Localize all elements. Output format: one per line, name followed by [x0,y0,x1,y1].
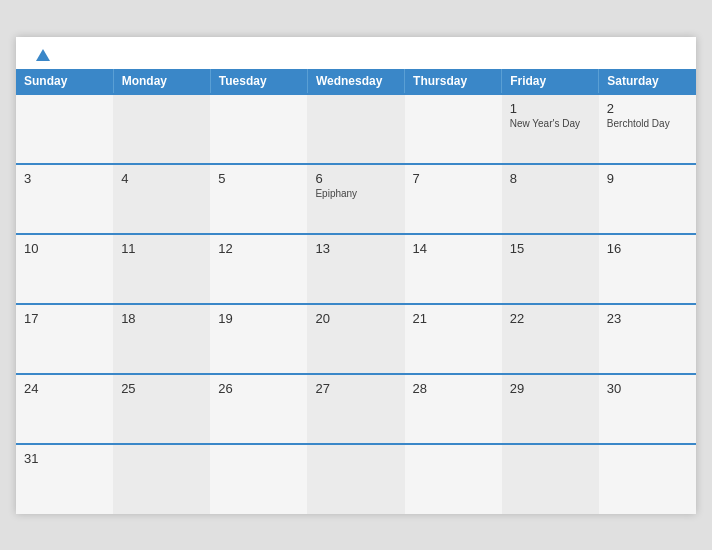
day-cell: 27 [307,374,404,444]
day-number: 3 [24,171,105,186]
weekday-header-tuesday: Tuesday [210,69,307,94]
day-cell [405,94,502,164]
logo-triangle-icon [36,49,50,61]
day-cell: 29 [502,374,599,444]
day-number: 26 [218,381,299,396]
day-number: 11 [121,241,202,256]
day-number: 29 [510,381,591,396]
day-number: 12 [218,241,299,256]
day-event: Epiphany [315,188,396,199]
week-row-6: 31 [16,444,696,514]
week-row-2: 3456Epiphany789 [16,164,696,234]
day-number: 1 [510,101,591,116]
day-number: 14 [413,241,494,256]
day-number: 22 [510,311,591,326]
day-cell: 10 [16,234,113,304]
day-cell [113,444,210,514]
day-event: Berchtold Day [607,118,688,129]
day-cell: 24 [16,374,113,444]
day-number: 25 [121,381,202,396]
day-number: 13 [315,241,396,256]
weekday-header-sunday: Sunday [16,69,113,94]
day-cell [405,444,502,514]
day-cell: 28 [405,374,502,444]
day-number: 4 [121,171,202,186]
day-number: 31 [24,451,105,466]
day-number: 28 [413,381,494,396]
day-cell [599,444,696,514]
day-cell: 13 [307,234,404,304]
day-cell: 23 [599,304,696,374]
day-number: 10 [24,241,105,256]
day-cell [307,94,404,164]
day-event: New Year's Day [510,118,591,129]
week-row-5: 24252627282930 [16,374,696,444]
week-row-4: 17181920212223 [16,304,696,374]
day-number: 27 [315,381,396,396]
day-number: 9 [607,171,688,186]
day-cell: 20 [307,304,404,374]
day-number: 23 [607,311,688,326]
day-cell: 18 [113,304,210,374]
calendar-header [16,37,696,69]
day-cell: 25 [113,374,210,444]
day-cell [210,94,307,164]
day-cell: 8 [502,164,599,234]
weekday-header-row: SundayMondayTuesdayWednesdayThursdayFrid… [16,69,696,94]
day-cell [502,444,599,514]
day-cell: 21 [405,304,502,374]
day-number: 21 [413,311,494,326]
day-number: 20 [315,311,396,326]
day-cell: 26 [210,374,307,444]
day-cell: 5 [210,164,307,234]
calendar-table: SundayMondayTuesdayWednesdayThursdayFrid… [16,69,696,514]
day-number: 18 [121,311,202,326]
day-cell [113,94,210,164]
day-cell: 6Epiphany [307,164,404,234]
day-cell: 17 [16,304,113,374]
logo-top [32,49,50,61]
day-cell: 9 [599,164,696,234]
day-number: 16 [607,241,688,256]
day-cell: 2Berchtold Day [599,94,696,164]
day-cell: 22 [502,304,599,374]
day-cell: 4 [113,164,210,234]
logo [32,49,50,61]
calendar-tbody: 1New Year's Day2Berchtold Day3456Epiphan… [16,94,696,514]
day-number: 6 [315,171,396,186]
day-number: 8 [510,171,591,186]
day-cell [16,94,113,164]
week-row-3: 10111213141516 [16,234,696,304]
day-cell: 11 [113,234,210,304]
day-number: 24 [24,381,105,396]
day-cell: 7 [405,164,502,234]
day-number: 17 [24,311,105,326]
weekday-header-friday: Friday [502,69,599,94]
day-cell [307,444,404,514]
day-number: 19 [218,311,299,326]
day-number: 2 [607,101,688,116]
day-cell [210,444,307,514]
weekday-header-monday: Monday [113,69,210,94]
week-row-1: 1New Year's Day2Berchtold Day [16,94,696,164]
day-number: 5 [218,171,299,186]
calendar: SundayMondayTuesdayWednesdayThursdayFrid… [16,37,696,514]
day-number: 30 [607,381,688,396]
day-cell: 16 [599,234,696,304]
day-number: 7 [413,171,494,186]
calendar-thead: SundayMondayTuesdayWednesdayThursdayFrid… [16,69,696,94]
day-number: 15 [510,241,591,256]
day-cell: 30 [599,374,696,444]
day-cell: 31 [16,444,113,514]
day-cell: 3 [16,164,113,234]
weekday-header-saturday: Saturday [599,69,696,94]
day-cell: 12 [210,234,307,304]
weekday-header-wednesday: Wednesday [307,69,404,94]
day-cell: 14 [405,234,502,304]
day-cell: 15 [502,234,599,304]
weekday-header-thursday: Thursday [405,69,502,94]
day-cell: 1New Year's Day [502,94,599,164]
day-cell: 19 [210,304,307,374]
